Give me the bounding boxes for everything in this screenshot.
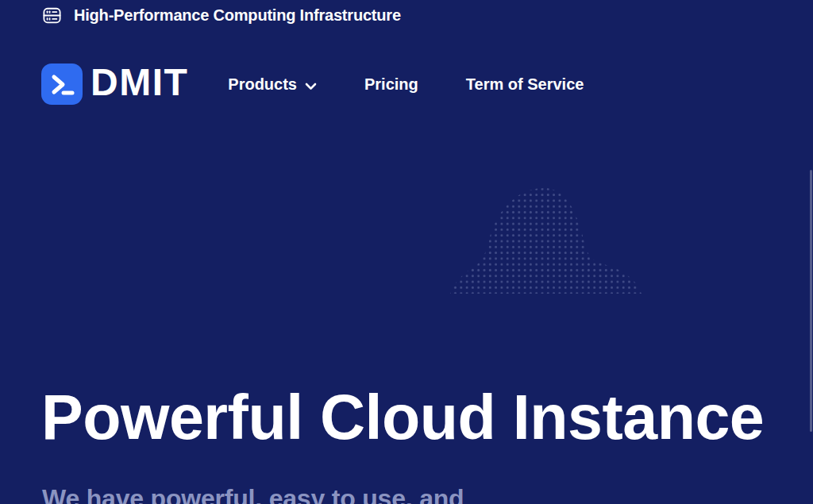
terminal-prompt-icon xyxy=(41,63,83,105)
nav-item-products-label: Products xyxy=(228,75,297,94)
page: High-Performance Computing Infrastructur… xyxy=(0,0,813,504)
brand-name: DMIT xyxy=(91,63,188,102)
announcement-bar: High-Performance Computing Infrastructur… xyxy=(41,4,401,26)
announcement-text: High-Performance Computing Infrastructur… xyxy=(74,6,401,25)
nav-item-pricing[interactable]: Pricing xyxy=(364,75,418,94)
nav-item-products[interactable]: Products xyxy=(228,75,317,94)
hero-title: Powerful Cloud Instance xyxy=(41,383,764,452)
scrollbar-thumb[interactable] xyxy=(810,170,812,432)
dotted-cloud-decoration xyxy=(448,187,648,297)
nav-item-term-of-service[interactable]: Term of Service xyxy=(466,75,584,94)
chevron-down-icon xyxy=(305,76,317,94)
nav-links: Products Pricing Term of Service xyxy=(228,75,584,94)
navbar: DMIT Products Pricing Term of Service xyxy=(41,63,781,105)
brand-logo[interactable]: DMIT xyxy=(41,63,188,105)
hero-subtitle: We have powerful, easy to use, and xyxy=(42,483,534,504)
server-icon xyxy=(41,5,63,26)
